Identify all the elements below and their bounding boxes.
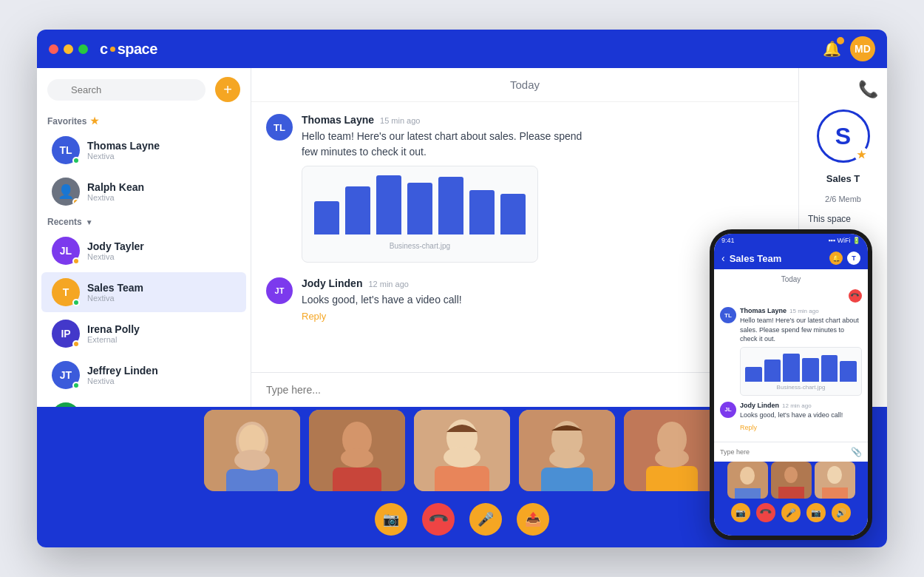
video-participant xyxy=(309,410,405,491)
notification-icon[interactable]: 🔔 xyxy=(823,40,841,58)
participant-video xyxy=(519,410,615,491)
video-participant xyxy=(204,410,300,491)
logo-text: c xyxy=(100,41,108,58)
phone-speaker-button[interactable]: 🔊 xyxy=(832,503,851,522)
message-item: TL Thomas Layne 15 min ago Hello team! H… xyxy=(266,114,784,263)
phone-reply-button[interactable]: Reply xyxy=(740,424,757,431)
header-right: 🔔 MD xyxy=(823,36,875,61)
screen-share-button[interactable]: 📤 xyxy=(517,503,549,536)
contact-sub: External xyxy=(87,335,140,344)
chart-label: Business-chart.jpg xyxy=(314,242,526,250)
contact-sub: Nextiva xyxy=(87,152,160,161)
phone-chat-input[interactable] xyxy=(720,448,851,456)
contact-info: Thomas Layne Nextiva xyxy=(87,140,160,161)
status-dot xyxy=(72,382,80,389)
phone-end-call-button[interactable]: 📞 xyxy=(753,499,780,527)
video-toggle-button[interactable]: 📷 xyxy=(375,503,407,536)
svg-rect-34 xyxy=(822,487,848,499)
participant-video xyxy=(204,410,300,491)
contact-name: Corporate Website xyxy=(87,406,179,407)
chart-bar xyxy=(345,186,370,234)
maximize-button[interactable] xyxy=(78,44,88,54)
phone-reply-sender: Jody Linden xyxy=(740,402,779,409)
traffic-lights xyxy=(49,44,88,54)
phone-chat: Today 📞 TL Thomas Layne 15 min ago Hello… xyxy=(714,269,868,442)
svg-point-21 xyxy=(549,449,585,468)
sidebar-item-ralph-kean[interactable]: 👤 Ralph Kean Nextiva xyxy=(41,172,246,212)
search-input[interactable] xyxy=(47,79,205,101)
sidebar-item-sales-team[interactable]: T Sales Team Nextiva xyxy=(41,272,246,312)
sidebar-item-jody-tayler[interactable]: JL Jody Tayler Nextiva xyxy=(41,231,246,271)
close-button[interactable] xyxy=(49,44,58,54)
avatar: TL xyxy=(52,136,80,164)
message-time: 12 min ago xyxy=(368,280,408,288)
phone-message-avatar: TL xyxy=(720,307,736,323)
avatar: 👤 xyxy=(52,178,80,206)
phone-message-time: 15 min ago xyxy=(789,308,819,314)
phone-channel-title: Sales Team xyxy=(730,253,825,264)
message-content: Jody Linden 12 min ago Looks good, let's… xyxy=(302,277,462,322)
reply-button[interactable]: Reply xyxy=(302,311,462,322)
sidebar-item-thomas-layne[interactable]: TL Thomas Layne Nextiva xyxy=(41,130,246,170)
recents-label: Recents xyxy=(47,217,82,227)
phone-message-text: Hello team! Here's our latest chart abou… xyxy=(740,316,862,344)
contact-sub: Nextiva xyxy=(87,193,144,202)
message-text: Hello team! Here's our latest chart abou… xyxy=(302,129,582,160)
phone-time: 9:41 xyxy=(721,237,735,244)
video-controls: 📷 📞 🎤 📤 xyxy=(375,503,549,536)
chart-bar xyxy=(500,194,526,234)
phone-chart-bar xyxy=(802,358,819,382)
favorite-star-icon: ★ xyxy=(855,147,869,162)
chart-bar xyxy=(438,177,463,234)
sidebar-item-corporate-website[interactable]: M Corporate Website Nextiva xyxy=(41,397,246,407)
minimize-button[interactable] xyxy=(64,44,73,54)
svg-point-17 xyxy=(444,447,480,468)
sidebar-item-jeffrey-linden[interactable]: JT Jeffrey Linden Nextiva xyxy=(41,355,246,395)
phone-chart: Business-chart.jpg xyxy=(740,347,862,396)
chat-input[interactable] xyxy=(266,384,736,396)
phone-video-thumbs xyxy=(727,462,855,499)
phone-input-row: 📎 xyxy=(714,442,868,462)
phone-message-header: Thomas Layne 15 min ago xyxy=(740,307,862,314)
end-call-button[interactable]: 📞 xyxy=(415,496,461,542)
user-avatar[interactable]: MD xyxy=(850,36,875,61)
participant-video xyxy=(309,410,405,491)
phone-attach-icon[interactable]: 📎 xyxy=(851,447,862,457)
add-button[interactable]: + xyxy=(215,77,240,102)
contact-name: Jeffrey Linden xyxy=(87,365,158,377)
recents-section: Recents ▼ xyxy=(37,212,251,230)
message-item: JT Jody Linden 12 min ago Looks good, le… xyxy=(266,277,784,322)
phone-controls: 📷 📞 🎤 📷 🔊 xyxy=(731,503,851,522)
mic-toggle-button[interactable]: 🎤 xyxy=(469,503,502,536)
phone-camera-button[interactable]: 📷 xyxy=(806,503,826,522)
phone-back-button[interactable]: ‹ xyxy=(721,252,725,264)
search-wrapper: 🔍 xyxy=(47,79,208,101)
phone-reply-header: Jody Linden 12 min ago xyxy=(740,402,843,409)
participant-video xyxy=(414,410,510,491)
phone-signal-icons: ▪▪▪ WiFi 🔋 xyxy=(828,237,860,244)
contact-name: Ralph Kean xyxy=(87,181,144,193)
svg-point-30 xyxy=(784,467,798,483)
message-time: 15 min ago xyxy=(380,116,420,125)
favorites-label: Favorites xyxy=(47,116,86,126)
phone-bell-icon[interactable]: 🔔 xyxy=(829,252,843,265)
phone-video-button[interactable]: 📷 xyxy=(731,503,750,522)
sidebar-item-irena-polly[interactable]: IP Irena Polly External xyxy=(41,314,246,354)
svg-point-27 xyxy=(740,467,755,485)
panel-this-space[interactable]: This space xyxy=(808,214,878,224)
phone-chart-bar xyxy=(783,354,800,382)
phone-chart-label: Business-chart.jpg xyxy=(745,384,857,391)
message-header: Thomas Layne 15 min ago xyxy=(302,114,582,126)
phone-message-content: Thomas Layne 15 min ago Hello team! Here… xyxy=(740,307,862,396)
phone-user-icon[interactable]: T xyxy=(847,252,860,265)
phone-mic-button[interactable]: 🎤 xyxy=(781,503,801,522)
phone-icon[interactable]: 📞 xyxy=(858,80,878,99)
svg-rect-8 xyxy=(226,469,278,491)
contact-info: Sales Team Nextiva xyxy=(87,282,143,303)
contact-info: Corporate Website Nextiva xyxy=(87,406,179,407)
svg-rect-24 xyxy=(646,466,698,491)
panel-members: 2/6 Memb xyxy=(825,195,861,203)
contact-info: Irena Polly External xyxy=(87,323,140,344)
phone-video-thumb xyxy=(727,462,768,499)
title-bar: c space 🔔 MD xyxy=(37,30,887,68)
